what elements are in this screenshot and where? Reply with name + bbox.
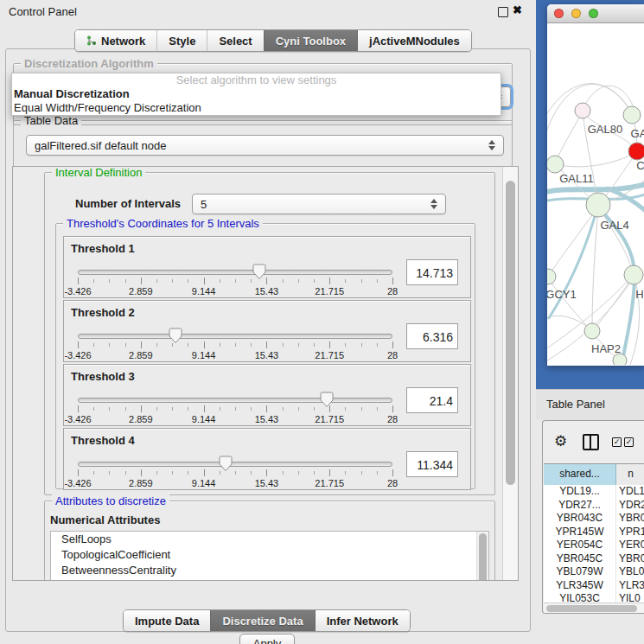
network-node[interactable]	[547, 156, 564, 173]
attribute-list-item[interactable]: SelfLoops	[51, 532, 488, 547]
threshold-value-field[interactable]: 11.344	[406, 451, 458, 477]
threshold-label: Threshold 1	[71, 242, 135, 255]
column-header-name[interactable]: n	[616, 464, 644, 485]
threshold-value-field[interactable]: 6.316	[406, 323, 458, 349]
table-row[interactable]: YBR045CYBR0	[544, 552, 644, 566]
table-row[interactable]: YDL19...YDL1	[544, 485, 644, 499]
table-cell-name: YPR1	[616, 526, 644, 539]
split-pane-icon[interactable]	[583, 434, 599, 450]
table-data-combo[interactable]: galFiltered.sif default node	[26, 135, 504, 156]
tick-label: 15.43	[255, 286, 279, 296]
threshold-slider[interactable]: -3.4262.8599.14415.4321.71528	[78, 391, 392, 424]
threshold-label: Threshold 4	[71, 434, 135, 447]
numerical-attributes-list[interactable]: SelfLoopsTopologicalCoefficientBetweenne…	[50, 531, 489, 581]
threshold-label: Threshold 2	[71, 306, 135, 319]
tab-label: Impute Data	[135, 615, 199, 628]
attribute-list-item[interactable]: BetweennessCentrality	[51, 563, 488, 578]
table-row[interactable]: YPR145WYPR1	[544, 526, 644, 539]
network-node[interactable]	[547, 269, 556, 284]
tick-mark	[141, 469, 142, 476]
tick-mark	[78, 405, 79, 412]
tab-infer-network[interactable]: Infer Network	[315, 610, 410, 631]
threshold-value-field[interactable]: 21.4	[406, 387, 458, 413]
tick-mark	[220, 343, 220, 347]
network-edge[interactable]	[549, 207, 597, 318]
table-row[interactable]: YDR27...YDR2	[544, 499, 644, 513]
tab-network[interactable]: Network	[75, 30, 156, 51]
table-row[interactable]: YBR043CYBR0	[544, 512, 644, 526]
close-traffic-light-icon[interactable]	[554, 9, 564, 18]
network-node[interactable]	[628, 143, 644, 160]
num-intervals-combo[interactable]: 5	[192, 194, 446, 214]
tick-mark	[392, 469, 393, 476]
algorithm-option[interactable]: Manual Discretization	[12, 87, 501, 101]
checkbox-icon[interactable]: ✓	[612, 437, 622, 447]
attributes-scrollbar[interactable]	[476, 532, 488, 581]
network-edge[interactable]	[598, 207, 634, 274]
tick-mark	[298, 279, 299, 283]
network-node[interactable]	[584, 323, 600, 339]
tab-label: Discretize Data	[222, 615, 303, 628]
slider-thumb-icon[interactable]	[169, 328, 182, 344]
float-window-icon[interactable]	[498, 7, 508, 17]
gear-icon[interactable]: ⚙	[554, 432, 567, 450]
settings-vertical-scrollbar[interactable]	[502, 167, 518, 580]
threshold-value-field[interactable]: 14.713	[406, 259, 458, 285]
attribute-list-item[interactable]: TopologicalCoefficient	[51, 547, 488, 563]
table-row[interactable]: YLR345WYLR3	[544, 579, 644, 593]
threshold-slider[interactable]: -3.4262.8599.14415.4321.71528	[78, 263, 392, 296]
tick-mark	[283, 343, 284, 347]
tab-impute-data[interactable]: Impute Data	[124, 610, 210, 631]
tick-label: 28	[387, 350, 398, 360]
slider-ticks	[78, 405, 392, 413]
threshold-slider[interactable]: -3.4262.8599.14415.4321.71528	[78, 455, 392, 488]
network-node[interactable]	[586, 193, 610, 217]
table-horizontal-scrollbar[interactable]	[544, 603, 644, 613]
table-cell-shared: YPR145W	[544, 526, 616, 539]
minimize-traffic-light-icon[interactable]	[571, 9, 581, 18]
network-canvas[interactable]: GAL80GACGAL11GAL4GCY1HHAP2	[547, 22, 644, 365]
checkbox-icon[interactable]: ✓	[624, 437, 634, 447]
threshold-panel: Threshold 4-3.4262.8599.14415.4321.71528…	[63, 428, 471, 490]
zoom-traffic-light-icon[interactable]	[589, 9, 598, 18]
tab-cyni-toolbox[interactable]: Cyni Toolbox	[264, 30, 357, 51]
table-cell-shared: YBR045C	[544, 552, 616, 566]
threshold-panel: Threshold 3-3.4262.8599.14415.4321.71528…	[63, 364, 471, 426]
tick-label: 15.43	[255, 478, 279, 488]
network-node[interactable]	[623, 106, 641, 124]
tick-mark	[314, 471, 315, 475]
tab-label: Network	[101, 35, 145, 48]
tab-discretize-data[interactable]: Discretize Data	[210, 610, 314, 631]
apply-button[interactable]: Apply	[239, 634, 295, 644]
tab-select[interactable]: Select	[207, 30, 263, 51]
tab-style[interactable]: Style	[156, 30, 207, 51]
network-node[interactable]	[575, 103, 590, 118]
tick-mark	[314, 343, 315, 347]
network-edge[interactable]	[549, 207, 598, 276]
node-label: GA	[631, 127, 644, 140]
slider-thumb-icon[interactable]	[219, 456, 233, 472]
table-panel: ⚙ ✓ ✓ shared... n YDL19...YDL1YDR27...YD…	[542, 420, 644, 614]
tick-mark	[141, 277, 142, 284]
interval-group-title: Interval Definition	[52, 166, 145, 179]
network-edge[interactable]	[555, 153, 635, 167]
tab-jactivemnodules[interactable]: jActiveMNodules	[357, 30, 471, 51]
tick-mark	[345, 279, 346, 283]
scrollbar-thumb[interactable]	[506, 181, 515, 485]
network-edge[interactable]	[608, 188, 644, 214]
column-header-shared[interactable]: shared...	[544, 464, 616, 485]
algorithm-option[interactable]: Equal Width/Frequency Discretization	[12, 101, 501, 115]
network-node[interactable]	[624, 265, 643, 284]
tick-mark	[156, 471, 157, 475]
close-icon[interactable]: ✖	[513, 3, 522, 16]
table-row[interactable]: YER054CYER0	[544, 539, 644, 552]
tick-mark	[392, 277, 393, 284]
table-row[interactable]: YBL079WYBL0	[544, 565, 644, 579]
threshold-slider[interactable]: -3.4262.8599.14415.4321.71528	[78, 327, 392, 360]
slider-thumb-icon[interactable]	[320, 392, 334, 408]
network-edge[interactable]	[548, 278, 590, 330]
slider-thumb-icon[interactable]	[252, 264, 266, 280]
attributes-group-title: Attributes to discretize	[52, 494, 169, 507]
table-row[interactable]: YIL053CYIL0	[544, 592, 644, 603]
network-edge[interactable]	[594, 276, 634, 329]
